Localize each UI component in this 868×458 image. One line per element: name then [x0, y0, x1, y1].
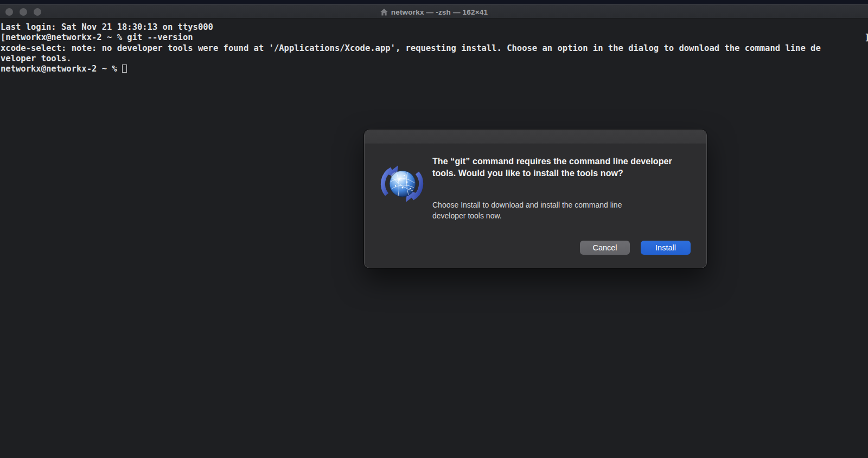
dialog-body-text: Choose Install to download and install t… [432, 200, 649, 221]
terminal-line: Last login: Sat Nov 21 18:30:13 on ttys0… [1, 22, 868, 33]
install-developer-tools-dialog: The “git” command requires the command l… [364, 130, 707, 268]
dialog-button-row: Cancel Install [580, 241, 691, 255]
home-folder-icon [380, 9, 388, 16]
terminal-window: networkx — -zsh — 162×41 Last login: Sat… [0, 4, 868, 458]
terminal-line: [networkx@networkx-2 ~ % git --version] [1, 33, 868, 43]
software-update-icon [379, 160, 425, 207]
dialog-titlebar[interactable] [365, 130, 706, 144]
wrap-marker: ] [865, 33, 868, 43]
terminal-cursor [122, 64, 127, 73]
cancel-button[interactable]: Cancel [580, 241, 630, 255]
dialog-title: The “git” command requires the command l… [432, 156, 687, 179]
terminal-prompt-row: networkx@networkx-2 ~ % [1, 64, 868, 74]
install-button[interactable]: Install [641, 241, 691, 255]
window-title-area: networkx — -zsh — 162×41 [0, 5, 868, 19]
terminal-line: xcode-select: note: no developer tools w… [1, 43, 868, 54]
terminal-titlebar[interactable]: networkx — -zsh — 162×41 [0, 4, 868, 18]
desktop-background [0, 0, 868, 4]
terminal-line: veloper tools. [1, 54, 868, 64]
window-title: networkx — -zsh — 162×41 [391, 8, 488, 16]
terminal-prompt: networkx@networkx-2 ~ % [1, 64, 117, 74]
terminal-line-text: [networkx@networkx-2 ~ % git --version [1, 33, 193, 42]
